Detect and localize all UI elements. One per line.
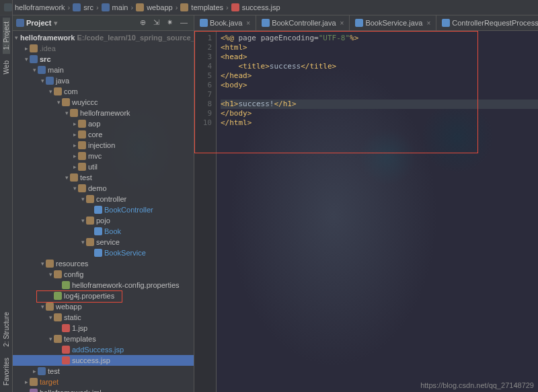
tree-row[interactable]: BookService [12, 247, 194, 258]
tree-row[interactable]: ▾demo [12, 183, 194, 194]
crumb-webapp[interactable]: webapp [147, 3, 173, 11]
tree-row[interactable]: ▾test [12, 172, 194, 183]
code-line[interactable]: <%@ page pageEncoding="UTF-8"%> [221, 34, 538, 43]
tree-row[interactable]: success.jsp [12, 355, 194, 366]
project-tree[interactable]: ▾helloframework E:/code_learn/10_spring_… [12, 31, 194, 392]
locate-icon[interactable]: ⊕ [140, 18, 149, 28]
tree-label: com [64, 87, 78, 95]
tree-row[interactable]: ▾src [12, 54, 194, 65]
editor-tab[interactable]: Book.java× [194, 15, 256, 30]
tree-label: wuyiccc [72, 98, 98, 106]
tab-label: ControllerRequestProcessor.java [452, 19, 538, 27]
tree-label: BookController [104, 206, 153, 214]
tree-row[interactable]: ▸aop [12, 118, 194, 129]
tree-row[interactable]: addSuccess.jsp [12, 344, 194, 355]
java-icon [94, 249, 102, 257]
code-line[interactable]: </body> [221, 109, 538, 118]
tree-row[interactable]: helloframework-config.properties [12, 280, 194, 290]
tree-row[interactable]: BookController [12, 204, 194, 215]
tree-row[interactable]: ▾service [12, 237, 194, 247]
folder-icon [180, 3, 188, 11]
tree-row[interactable]: ▾controller [12, 194, 194, 204]
tree-row[interactable]: ▾main [12, 65, 194, 75]
dir-icon [70, 173, 78, 182]
tree-row[interactable]: ▸mvc [12, 151, 194, 161]
tool-tab-structure[interactable]: 2: Structure [3, 308, 10, 351]
tree-row[interactable]: ▸.idea [12, 43, 194, 54]
tree-row[interactable]: Book [12, 226, 194, 237]
project-tool-window: Project ▾ ⊕ ⇲ ✷ ― ▾helloframework E:/cod… [12, 15, 194, 392]
crumb-project[interactable]: helloframework [15, 3, 65, 11]
tree-row[interactable]: ▸test [12, 366, 194, 377]
tree-row[interactable]: ▾java [12, 75, 194, 86]
dir-icon [86, 238, 94, 246]
editor-area: Book.java×BookController.java×BookServic… [194, 15, 538, 392]
crumb-main[interactable]: main [112, 3, 128, 11]
tree-label: main [48, 66, 64, 74]
code-line[interactable]: <h1>success!</h1> [221, 100, 538, 109]
tree-label: helloframework-config.properties [72, 281, 180, 289]
tree-row[interactable]: helloframework.iml [12, 387, 194, 392]
gear-icon[interactable]: ✷ [167, 18, 176, 28]
code-line[interactable]: <body> [221, 81, 538, 90]
tree-row[interactable]: ▸target [12, 377, 194, 387]
dir-icon [30, 378, 38, 386]
tool-tab-web[interactable]: Web [3, 56, 10, 78]
tree-row[interactable]: 1.jsp [12, 323, 194, 334]
close-icon[interactable]: × [246, 19, 250, 27]
code-line[interactable]: </head> [221, 71, 538, 81]
editor-tab[interactable]: BookController.java× [256, 15, 350, 30]
watermark: https://blog.csdn.net/qq_27148729 [420, 381, 534, 389]
tree-row[interactable]: ▾helloframework [12, 108, 194, 118]
dir-icon [30, 44, 38, 52]
dir-icon [46, 260, 54, 268]
java-icon [94, 206, 102, 214]
tool-tab-project[interactable]: 1: Project [3, 17, 10, 54]
crumb-file[interactable]: success.jsp [242, 3, 280, 11]
folder-icon [16, 19, 24, 27]
tree-label: src [40, 55, 51, 63]
tree-row[interactable]: ▾resources [12, 258, 194, 269]
editor-tab[interactable]: ControllerRequestProcessor.java× [436, 15, 538, 30]
code-line[interactable]: <head> [221, 52, 538, 62]
tree-row[interactable]: ▸injection [12, 140, 194, 151]
crumb-sep: › [68, 3, 71, 11]
tool-window-bar: 1: Project Web 2: Structure Favorites [0, 0, 13, 392]
jsp-icon [62, 324, 70, 332]
tree-row[interactable]: ▾pojo [12, 215, 194, 226]
tree-row[interactable]: ▾static [12, 312, 194, 323]
tree-row[interactable]: ▾helloframework E:/code_learn/10_spring_… [12, 32, 194, 43]
tree-label: util [88, 163, 98, 171]
tree-row[interactable]: ▾com [12, 86, 194, 97]
tree-label: helloframework [80, 109, 130, 117]
code-line[interactable] [221, 90, 538, 100]
tree-label: helloframework E:/code_learn/10_spring_s… [20, 34, 194, 42]
dir-icon [46, 303, 54, 311]
close-icon[interactable]: × [340, 19, 344, 27]
tree-row[interactable]: ▸util [12, 161, 194, 172]
collapse-icon[interactable]: ⇲ [153, 18, 163, 28]
tree-label: controller [96, 195, 126, 203]
jsp-icon [62, 356, 70, 364]
code-line[interactable]: </html> [221, 118, 538, 128]
tree-row[interactable]: ▾webapp [12, 301, 194, 312]
tree-row[interactable]: ▸core [12, 129, 194, 140]
crumb-src[interactable]: src [83, 3, 93, 11]
hide-icon[interactable]: ― [180, 18, 190, 28]
tool-tab-favorites[interactable]: Favorites [3, 354, 10, 389]
code-line[interactable]: <html> [221, 43, 538, 52]
tree-label: webapp [56, 303, 82, 311]
tree-label: templates [64, 335, 96, 343]
crumb-templates[interactable]: templates [191, 3, 223, 11]
tree-label: service [96, 238, 120, 246]
tree-row[interactable]: ▾wuyiccc [12, 97, 194, 108]
editor-tab[interactable]: BookService.java× [350, 15, 436, 30]
java-icon [94, 227, 102, 235]
code-area[interactable]: <%@ page pageEncoding="UTF-8"%><html><he… [217, 31, 538, 392]
code-line[interactable]: <title>success</title> [221, 62, 538, 71]
tree-row[interactable]: ▾templates [12, 334, 194, 344]
java-icon [442, 19, 450, 27]
tree-row[interactable]: ▾config [12, 269, 194, 280]
tree-label: 1.jsp [72, 324, 87, 332]
close-icon[interactable]: × [426, 19, 430, 27]
